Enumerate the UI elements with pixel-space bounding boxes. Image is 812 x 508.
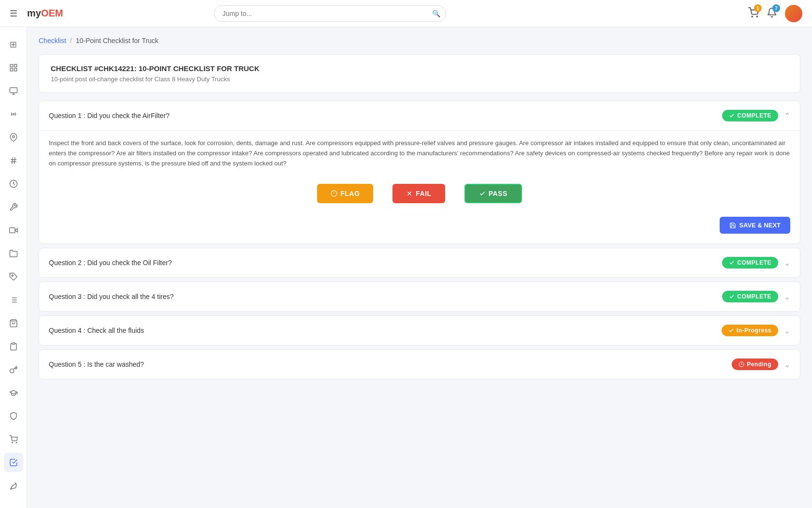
question-3-status-badge: COMPLETE — [722, 291, 778, 302]
notification-button[interactable]: 7 — [767, 7, 777, 19]
sidebar-item-wrench[interactable] — [4, 197, 23, 217]
flag-button[interactable]: FLAG — [317, 184, 373, 203]
checklist-id-title: CHECKLIST #CHK14221: 10-POINT CHECKLIST … — [51, 64, 788, 73]
sidebar-item-grid[interactable]: ⊞ — [4, 35, 23, 54]
search-container: 🔍 — [214, 5, 446, 22]
svg-point-27 — [12, 442, 13, 443]
pass-label: PASS — [489, 190, 508, 197]
question-4-header[interactable]: Question 4 : Check all the fluids In-Pro… — [39, 316, 800, 345]
save-next-button[interactable]: SAVE & NEXT — [720, 217, 790, 234]
svg-point-10 — [12, 135, 14, 138]
sidebar-item-education[interactable] — [4, 383, 23, 403]
question-3-chevron: ⌄ — [784, 292, 790, 301]
question-4-label: Question 4 : Check all the fluids — [49, 327, 144, 334]
svg-rect-4 — [10, 69, 13, 71]
svg-line-13 — [12, 157, 13, 164]
question-4-right: In-Progress ⌄ — [722, 325, 790, 336]
svg-rect-6 — [10, 88, 17, 93]
save-next-row: SAVE & NEXT — [49, 211, 790, 234]
checklist-description: 10-point post oil-change checklist for C… — [51, 75, 788, 83]
sidebar-item-list[interactable] — [4, 290, 23, 310]
sidebar: ⊞ — [0, 27, 27, 508]
sidebar-item-tag[interactable] — [4, 267, 23, 286]
question-card-2: Question 2 : Did you check the Oil Filte… — [39, 248, 800, 278]
sidebar-item-location[interactable] — [4, 128, 23, 147]
svg-marker-16 — [15, 228, 17, 232]
sidebar-item-bag[interactable] — [4, 314, 23, 333]
question-2-status-badge: COMPLETE — [722, 257, 778, 269]
logo-oem: OEM — [41, 8, 63, 18]
cart-badge: 1 — [754, 4, 762, 12]
logo-my: my — [27, 8, 41, 18]
breadcrumb-current: 10-Point Checklist for Truck — [76, 37, 159, 45]
question-5-status-badge: Pending — [732, 359, 778, 370]
notification-badge: 7 — [772, 4, 780, 12]
menu-button[interactable]: ☰ — [10, 8, 17, 19]
question-1-status-label: COMPLETE — [737, 112, 771, 119]
avatar[interactable] — [785, 5, 802, 22]
question-5-status-label: Pending — [747, 361, 771, 368]
breadcrumb-separator: / — [70, 37, 72, 45]
question-1-body: Inspect the front and back covers of the… — [39, 130, 800, 243]
question-card-4: Question 4 : Check all the fluids In-Pro… — [39, 315, 800, 345]
fail-button[interactable]: FAIL — [392, 184, 445, 203]
svg-point-0 — [752, 16, 753, 17]
sidebar-item-layout[interactable] — [4, 58, 23, 77]
sidebar-item-key[interactable] — [4, 360, 23, 379]
question-1-right: COMPLETE ⌃ — [722, 110, 790, 121]
question-card-5: Question 5 : Is the car washed? Pending … — [39, 349, 800, 379]
sidebar-item-checklist[interactable] — [4, 453, 23, 472]
svg-line-14 — [14, 157, 15, 164]
question-1-header[interactable]: Question 1 : Did you check the AirFilter… — [39, 101, 800, 130]
question-5-right: Pending ⌄ — [732, 359, 790, 370]
sidebar-item-leaf[interactable] — [4, 476, 23, 495]
question-5-label: Question 5 : Is the car washed? — [49, 360, 144, 368]
question-3-header[interactable]: Question 3 : Did you check all the 4 tir… — [39, 282, 800, 311]
sidebar-item-cart[interactable] — [4, 430, 23, 449]
svg-rect-17 — [9, 228, 14, 233]
svg-rect-5 — [14, 69, 16, 71]
question-1-answer-buttons: FLAG FAIL PASS — [49, 184, 790, 203]
question-2-header[interactable]: Question 2 : Did you check the Oil Filte… — [39, 248, 800, 277]
question-card-1: Question 1 : Did you check the AirFilter… — [39, 101, 800, 244]
cart-button[interactable]: 1 — [748, 7, 759, 19]
svg-point-18 — [12, 275, 13, 276]
main-content: Checklist / 10-Point Checklist for Truck… — [27, 27, 812, 508]
question-1-chevron: ⌃ — [784, 111, 790, 120]
sidebar-item-monitor[interactable] — [4, 81, 23, 101]
sidebar-item-clipboard[interactable] — [4, 337, 23, 356]
breadcrumb-root[interactable]: Checklist — [39, 37, 66, 45]
breadcrumb: Checklist / 10-Point Checklist for Truck — [39, 37, 800, 45]
question-3-label: Question 3 : Did you check all the 4 tir… — [49, 293, 174, 300]
question-4-status-label: In-Progress — [737, 327, 771, 334]
question-2-chevron: ⌄ — [784, 258, 790, 268]
svg-point-28 — [16, 442, 17, 443]
question-2-status-label: COMPLETE — [737, 259, 771, 266]
flag-label: FLAG — [340, 190, 360, 197]
question-4-chevron: ⌄ — [784, 326, 790, 335]
question-3-right: COMPLETE ⌄ — [722, 291, 790, 302]
question-4-status-badge: In-Progress — [722, 325, 778, 336]
logo: myOEM — [27, 8, 63, 19]
question-2-label: Question 2 : Did you check the Oil Filte… — [49, 259, 172, 267]
topnav-actions: 1 7 — [748, 5, 802, 22]
question-1-description: Inspect the front and back covers of the… — [49, 131, 790, 176]
sidebar-item-folder[interactable] — [4, 244, 23, 263]
question-5-header[interactable]: Question 5 : Is the car washed? Pending … — [39, 350, 800, 379]
search-icon: 🔍 — [432, 10, 440, 17]
fail-label: FAIL — [416, 190, 431, 197]
svg-rect-2 — [10, 64, 13, 67]
search-input[interactable] — [214, 5, 446, 22]
svg-rect-3 — [14, 64, 16, 67]
sidebar-item-hash[interactable] — [4, 151, 23, 170]
svg-point-1 — [756, 16, 757, 17]
svg-point-9 — [13, 114, 14, 115]
sidebar-item-video[interactable] — [4, 221, 23, 240]
pass-button[interactable]: PASS — [464, 184, 522, 203]
sidebar-item-broadcast[interactable] — [4, 105, 23, 124]
question-card-3: Question 3 : Did you check all the 4 tir… — [39, 282, 800, 312]
checklist-header-card: CHECKLIST #CHK14221: 10-POINT CHECKLIST … — [39, 54, 800, 93]
sidebar-item-clock[interactable] — [4, 174, 23, 194]
sidebar-item-shield[interactable] — [4, 406, 23, 426]
svg-rect-26 — [12, 343, 15, 344]
